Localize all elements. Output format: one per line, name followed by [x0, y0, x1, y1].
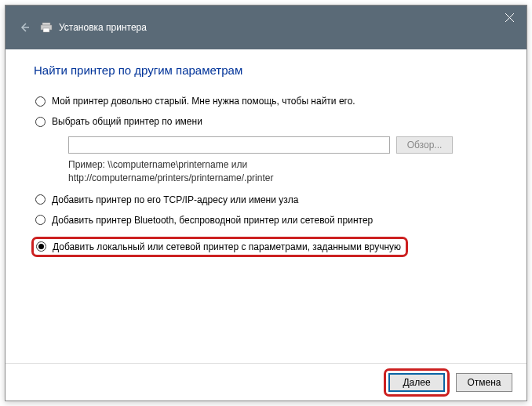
option-bluetooth[interactable]: Добавить принтер Bluetooth, беспроводной…	[34, 215, 498, 226]
example-text: Пример: \\computername\printername или h…	[68, 158, 498, 185]
option-manual[interactable]: Добавить локальный или сетевой принтер с…	[31, 237, 408, 257]
page-heading: Найти принтер по другим параметрам	[34, 63, 498, 77]
titlebar: Установка принтера	[5, 5, 527, 49]
option-label: Добавить локальный или сетевой принтер с…	[53, 241, 401, 252]
window-title: Установка принтера	[59, 22, 147, 33]
option-label: Выбрать общий принтер по имени	[52, 116, 202, 127]
option-tcpip[interactable]: Добавить принтер по его TCP/IP-адресу ил…	[34, 194, 498, 205]
close-button[interactable]	[492, 5, 527, 29]
option-old-printer[interactable]: Мой принтер довольно старый. Мне нужна п…	[34, 96, 498, 107]
option-label: Добавить принтер Bluetooth, беспроводной…	[52, 215, 373, 226]
cancel-button[interactable]: Отмена	[456, 373, 512, 392]
option-label: Мой принтер довольно старый. Мне нужна п…	[52, 96, 355, 107]
option-label: Добавить принтер по его TCP/IP-адресу ил…	[52, 194, 298, 205]
svg-rect-1	[42, 23, 50, 25]
back-button[interactable]	[15, 18, 34, 37]
wizard-content: Найти принтер по другим параметрам Мой п…	[5, 49, 527, 363]
next-highlight: Далее	[384, 368, 450, 397]
wizard-window: Установка принтера Найти принтер по друг…	[5, 5, 527, 401]
browse-button: Обзор...	[396, 136, 453, 154]
radio-icon	[35, 117, 46, 127]
radio-icon	[35, 96, 46, 107]
svg-rect-3	[43, 28, 49, 32]
next-button[interactable]: Далее	[388, 373, 445, 392]
example-line: http://computername/printers/printername…	[68, 172, 498, 185]
share-name-input[interactable]	[68, 136, 390, 154]
example-line: Пример: \\computername\printername или	[68, 158, 498, 172]
radio-icon	[36, 241, 46, 252]
arrow-left-icon	[18, 21, 31, 34]
radio-icon	[35, 194, 46, 205]
option-shared-by-name[interactable]: Выбрать общий принтер по имени	[34, 116, 498, 127]
radio-icon	[35, 215, 46, 225]
wizard-footer: Далее Отмена	[5, 363, 527, 401]
shared-details: Обзор... Пример: \\computername\printern…	[68, 136, 498, 185]
printer-icon	[40, 21, 53, 34]
close-icon	[505, 13, 514, 22]
